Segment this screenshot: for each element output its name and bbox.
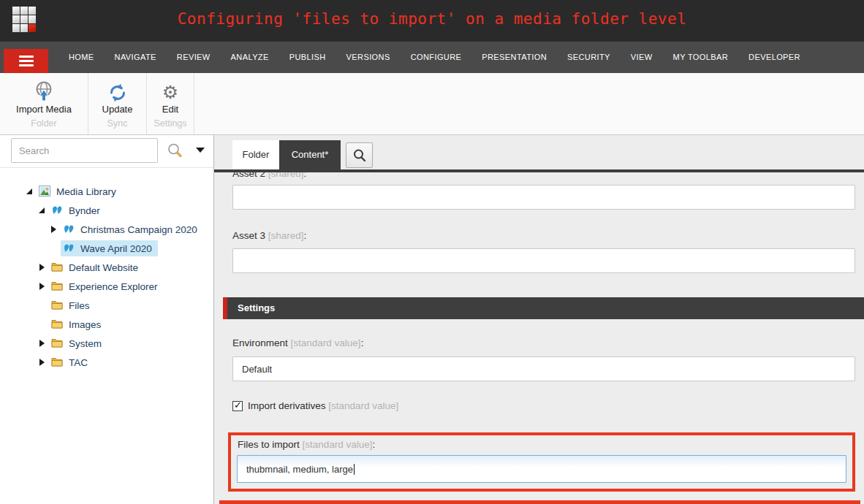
tree-item-label: Files xyxy=(69,300,90,311)
tree-expand-icon[interactable] xyxy=(37,340,46,347)
files-to-import-field[interactable]: thubmnail, medium, large xyxy=(237,455,846,483)
bynder-icon xyxy=(63,224,75,235)
tab-folder[interactable]: Folder xyxy=(232,140,279,169)
environment-label: Environment [standard value]: xyxy=(232,337,363,348)
tree-item-label: Wave April 2020 xyxy=(80,243,152,254)
ribbon-tab-versions[interactable]: VERSIONS xyxy=(336,42,401,73)
tree-item-label: System xyxy=(69,338,102,349)
tree-expand-icon[interactable] xyxy=(37,283,46,290)
tree-expand-icon[interactable] xyxy=(37,264,46,271)
button-label: Edit xyxy=(162,104,178,115)
tree-item-system[interactable]: System xyxy=(0,334,213,353)
asset2-field[interactable] xyxy=(232,185,855,210)
import-derivatives-label: Import derivatives [standard value] xyxy=(248,400,398,411)
bynder-icon xyxy=(51,205,64,216)
folder-icon xyxy=(51,318,64,330)
tree-item-label: Images xyxy=(69,319,101,330)
content-tree: Media Library Bynder xyxy=(0,182,213,372)
folder-icon xyxy=(51,356,64,368)
ribbon-tab-my-toolbar[interactable]: MY TOOLBAR xyxy=(663,42,739,73)
search-input[interactable] xyxy=(11,138,158,163)
ribbon-tab-navigate[interactable]: NAVIGATE xyxy=(105,42,167,73)
ribbon-tab-review[interactable]: REVIEW xyxy=(167,42,221,73)
title-bar: Configuring 'files to import' on a media… xyxy=(0,0,864,42)
ribbon-tab-view[interactable]: VIEW xyxy=(621,42,663,73)
tree-item-images[interactable]: Images xyxy=(0,315,213,334)
tree-item-wave-april-2020[interactable]: Wave April 2020 xyxy=(0,239,213,258)
tree-item-label: Default Website xyxy=(69,262,138,273)
asset3-label: Asset 3 [shared]: xyxy=(232,230,306,241)
tree-item-label: Media Library xyxy=(56,186,116,197)
editor-fields-scroll[interactable]: Asset 2 [shared]: Asset 3 [shared]: Sett… xyxy=(214,172,864,504)
ribbon-toolbar: Import Media Folder Update Sync ⚙ Edit S… xyxy=(0,73,864,135)
folder-icon xyxy=(51,280,64,292)
tree-item-label: Bynder xyxy=(69,205,100,216)
tree-item-tac[interactable]: TAC xyxy=(0,353,213,372)
tree-item-label: Christmas Campaign 2020 xyxy=(80,224,197,235)
ribbon-tab-home[interactable]: HOME xyxy=(58,42,105,73)
text-cursor xyxy=(354,464,355,475)
ribbon-tab-publish[interactable]: PUBLISH xyxy=(279,42,336,73)
folder-icon xyxy=(51,299,64,311)
asset3-field[interactable] xyxy=(232,248,855,273)
search-icon[interactable] xyxy=(167,142,183,159)
tree-item-bynder[interactable]: Bynder xyxy=(0,201,213,220)
ribbon-tab-developer[interactable]: DEVELOPER xyxy=(738,42,811,73)
search-icon xyxy=(352,148,367,163)
tree-item-experience-explorer[interactable]: Experience Explorer xyxy=(0,277,213,296)
ribbon-tab-presentation[interactable]: PRESENTATION xyxy=(471,42,557,73)
content-search-button[interactable] xyxy=(346,142,373,168)
tree-search-row xyxy=(0,135,213,168)
ribbon-tabs: HOME NAVIGATE REVIEW ANALYZE PUBLISH VER… xyxy=(58,42,811,73)
sync-icon xyxy=(108,73,127,102)
ribbon-tab-analyze[interactable]: ANALYZE xyxy=(221,42,279,73)
tree-expand-icon[interactable] xyxy=(37,207,46,213)
folder-icon xyxy=(51,261,64,273)
asset2-label: Asset 2 [shared]: xyxy=(232,172,306,179)
annotation-highlight-box: Files to import [standard value]: thubmn… xyxy=(228,432,855,492)
tree-expand-icon[interactable] xyxy=(25,188,34,194)
import-derivatives-row: Import derivatives [standard value] xyxy=(232,400,398,411)
tree-item-christmas-campaign-2020[interactable]: Christmas Campaign 2020 xyxy=(0,220,213,239)
tab-content[interactable]: Content* xyxy=(279,140,341,169)
page-title: Configuring 'files to import' on a media… xyxy=(0,10,864,28)
gear-icon: ⚙ xyxy=(162,73,178,102)
environment-field[interactable] xyxy=(232,356,855,381)
bynder-icon xyxy=(63,243,75,254)
button-label: Update xyxy=(102,104,133,115)
editor-tab-row: Folder Content* xyxy=(214,135,864,169)
tree-item-default-website[interactable]: Default Website xyxy=(0,258,213,277)
hamburger-menu-icon[interactable] xyxy=(4,49,48,73)
settings-section-header[interactable]: Settings xyxy=(223,297,864,319)
update-sync-button[interactable]: Update Sync xyxy=(88,73,147,134)
annotation-line xyxy=(219,500,860,504)
ribbon-tab-strip: HOME NAVIGATE REVIEW ANALYZE PUBLISH VER… xyxy=(0,42,864,73)
button-label: Import Media xyxy=(16,104,72,115)
group-label: Folder xyxy=(31,118,56,129)
group-label: Settings xyxy=(154,118,186,129)
tree-item-label: Experience Explorer xyxy=(69,281,158,292)
import-media-folder-button[interactable]: Import Media Folder xyxy=(0,73,88,134)
ribbon-tab-configure[interactable]: CONFIGURE xyxy=(401,42,472,73)
content-editor-panel: Folder Content* Asset 2 [shared]: Asset … xyxy=(214,135,864,504)
content-tree-panel: Media Library Bynder xyxy=(0,135,214,504)
folder-icon xyxy=(51,337,64,349)
media-library-icon xyxy=(39,186,51,197)
edit-settings-button[interactable]: ⚙ Edit Settings xyxy=(147,73,194,134)
tree-expand-icon[interactable] xyxy=(49,226,58,233)
tree-item-label: TAC xyxy=(69,357,88,368)
globe-upload-icon xyxy=(34,73,54,102)
tree-item-files[interactable]: Files xyxy=(0,296,213,315)
files-to-import-label: Files to import [standard value]: xyxy=(238,439,375,450)
group-label: Sync xyxy=(107,118,128,129)
tree-item-media-library[interactable]: Media Library xyxy=(0,182,213,201)
tree-expand-icon[interactable] xyxy=(37,359,46,366)
ribbon-tab-security[interactable]: SECURITY xyxy=(557,42,621,73)
chevron-down-icon[interactable] xyxy=(196,148,205,153)
import-derivatives-checkbox[interactable] xyxy=(232,401,243,411)
